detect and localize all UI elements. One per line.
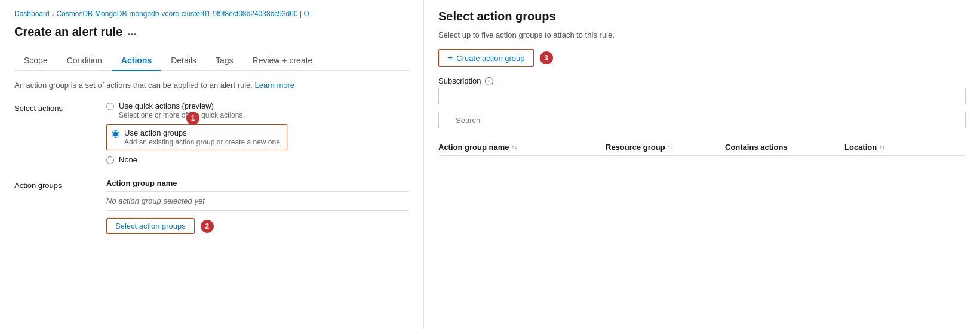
subscription-label-container: Subscription i — [438, 76, 966, 85]
th-resource-group[interactable]: Resource group ↑↓ — [606, 143, 725, 152]
tab-bar: Scope Condition Actions Details Tags Rev… — [14, 51, 409, 71]
step-badge-2: 2 — [201, 220, 214, 233]
create-ag-btn-wrapper: + Create action group 3 — [438, 49, 966, 67]
action-groups-row: Action groups Action group name No actio… — [14, 179, 409, 234]
subscription-info-icon[interactable]: i — [485, 77, 493, 85]
table-container: Action group name ↑↓ Resource group ↑↓ C… — [438, 143, 966, 218]
breadcrumb-separator: › — [52, 10, 54, 17]
th-resource-group-label: Resource group — [606, 143, 665, 152]
left-panel: Dashboard › CosmosDB-MongoDB-mongodb-vco… — [0, 0, 424, 329]
action-groups-label: Action groups — [14, 179, 92, 234]
right-panel: Select action groups Select up to five a… — [424, 0, 980, 329]
tab-tags[interactable]: Tags — [206, 51, 243, 71]
tab-details[interactable]: Details — [161, 51, 206, 71]
sort-icon-name: ↑↓ — [511, 144, 517, 150]
search-wrapper: 🔍 — [438, 112, 966, 136]
th-action-group-name-label: Action group name — [438, 143, 509, 152]
radio-none-input[interactable] — [106, 156, 114, 164]
breadcrumb-dashboard[interactable]: Dashboard — [14, 10, 50, 18]
select-actions-label: Select actions — [14, 102, 92, 169]
breadcrumb: Dashboard › CosmosDB-MongoDB-mongodb-vco… — [14, 10, 409, 18]
breadcrumb-cosmos[interactable]: CosmosDB-MongoDB-mongodb-vcore-cluster01… — [56, 10, 309, 18]
info-text: An action group is a set of actions that… — [14, 81, 409, 90]
table-header: Action group name ↑↓ Resource group ↑↓ C… — [438, 143, 966, 156]
subscription-label: Subscription — [438, 76, 481, 85]
th-contains-actions-label: Contains actions — [725, 143, 788, 152]
sort-icon-location: ↑↓ — [879, 144, 885, 150]
select-ag-btn-wrapper: Select action groups 2 — [106, 218, 409, 234]
action-groups-content: Action group name No action group select… — [106, 179, 409, 234]
th-location[interactable]: Location ↑↓ — [844, 143, 940, 152]
search-input[interactable] — [438, 112, 966, 128]
action-groups-subtitle: Add an existing action group or create a… — [124, 138, 282, 146]
tab-condition[interactable]: Condition — [57, 51, 112, 71]
radio-action-groups-input[interactable] — [112, 130, 119, 138]
plus-icon: + — [447, 53, 453, 63]
action-groups-title: Use action groups — [124, 128, 282, 137]
page-title: Create an alert rule — [14, 25, 122, 39]
radio-quick-actions: Use quick actions (preview) Select one o… — [106, 102, 409, 119]
ag-name-header: Action group name — [106, 179, 409, 192]
tab-review[interactable]: Review + create — [243, 51, 322, 71]
quick-actions-subtitle: Select one or more of the quick actions. — [119, 111, 245, 119]
th-contains-actions: Contains actions — [725, 143, 844, 152]
tab-actions[interactable]: Actions — [112, 51, 161, 71]
page-title-container: Create an alert rule ... — [14, 25, 409, 39]
ellipsis-menu[interactable]: ... — [127, 26, 136, 38]
sort-icon-resource: ↑↓ — [668, 144, 674, 150]
create-action-group-label: Create action group — [456, 54, 524, 63]
tab-scope[interactable]: Scope — [14, 51, 57, 71]
right-panel-subtitle: Select up to five action groups to attac… — [438, 30, 966, 39]
subscription-input[interactable] — [438, 88, 966, 104]
actions-options: Use quick actions (preview) Select one o… — [106, 102, 409, 169]
ag-no-selection: No action group selected yet — [106, 196, 409, 211]
select-action-groups-button[interactable]: Select action groups — [106, 218, 195, 234]
step-badge-3: 3 — [540, 51, 553, 64]
right-panel-title: Select action groups — [438, 10, 966, 23]
none-title: None — [119, 155, 137, 164]
quick-actions-title: Use quick actions (preview) — [119, 102, 245, 110]
radio-none-option: None — [106, 155, 409, 164]
radio-action-groups-option: Use action groups Add an existing action… — [106, 124, 409, 150]
th-location-label: Location — [844, 143, 877, 152]
radio-quick-actions-input[interactable] — [106, 103, 114, 110]
table-body — [438, 158, 966, 218]
info-prefix: An action group is a set of actions that… — [14, 81, 253, 90]
create-action-group-button[interactable]: + Create action group — [438, 49, 534, 67]
th-action-group-name[interactable]: Action group name ↑↓ — [438, 143, 606, 152]
learn-more-link[interactable]: Learn more — [255, 81, 294, 90]
select-actions-row: Select actions Use quick actions (previe… — [14, 102, 409, 169]
